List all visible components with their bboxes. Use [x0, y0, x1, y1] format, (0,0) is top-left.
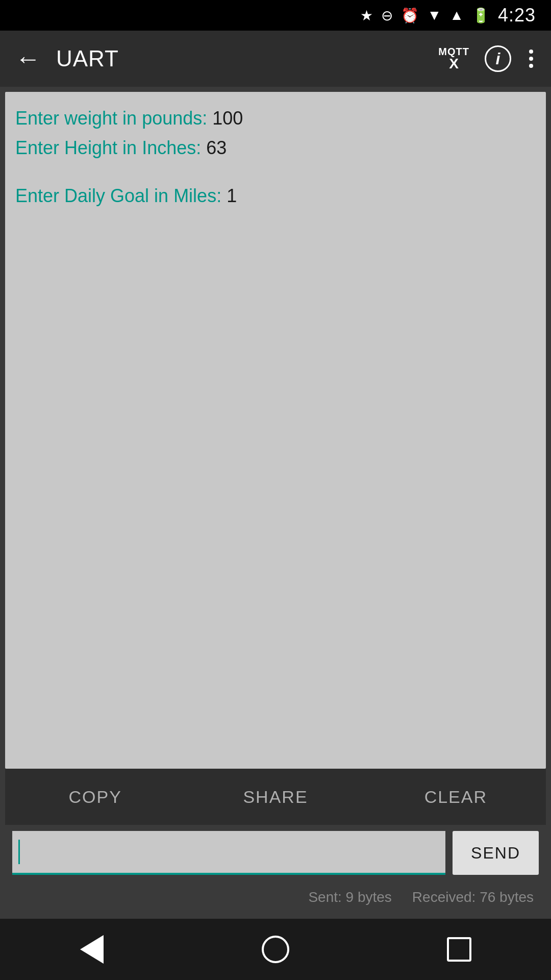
- nav-back-button[interactable]: [71, 929, 112, 970]
- more-dot-2: [529, 57, 533, 61]
- mqtt-label: MQTT: [438, 46, 469, 57]
- output-spacer: [15, 164, 536, 182]
- nav-bar: [0, 919, 551, 980]
- mqtt-x-label: X: [449, 57, 459, 71]
- mqtt-icon[interactable]: MQTT X: [438, 46, 469, 71]
- message-input[interactable]: [20, 843, 439, 862]
- share-button[interactable]: SHARE: [185, 769, 365, 825]
- nav-recents-button[interactable]: [439, 929, 480, 970]
- info-button[interactable]: i: [485, 45, 511, 72]
- send-button[interactable]: SEND: [453, 831, 539, 875]
- signal-icon: ▲: [449, 7, 464, 23]
- weight-value: 100: [212, 108, 243, 129]
- more-dot-1: [529, 50, 533, 54]
- sent-status: Sent: 9 bytes: [308, 889, 391, 905]
- status-time: 4:23: [498, 5, 536, 26]
- height-value: 63: [206, 137, 227, 158]
- received-status: Received: 76 bytes: [412, 889, 534, 905]
- nav-home-button[interactable]: [255, 929, 296, 970]
- back-button[interactable]: ←: [15, 46, 41, 71]
- nav-recents-icon: [447, 937, 471, 962]
- battery-icon: 🔋: [472, 7, 490, 24]
- dnd-icon: ⊖: [381, 7, 393, 24]
- status-bar: ★ ⊖ ⏰ ▼ ▲ 🔋 4:23: [0, 0, 551, 31]
- copy-button[interactable]: COPY: [5, 769, 185, 825]
- status-icons: ★ ⊖ ⏰ ▼ ▲ 🔋 4:23: [360, 5, 536, 26]
- output-area: Enter weight in pounds: 100 Enter Height…: [5, 92, 546, 769]
- clear-button[interactable]: CLEAR: [366, 769, 546, 825]
- alarm-icon: ⏰: [401, 7, 419, 24]
- output-line-2: Enter Height in Inches: 63: [15, 134, 536, 162]
- app-title: UART: [56, 46, 438, 71]
- nav-home-icon: [262, 936, 289, 963]
- weight-label: Enter weight in pounds:: [15, 108, 212, 129]
- input-row: SEND: [5, 825, 546, 881]
- goal-value: 1: [227, 185, 237, 206]
- more-dot-3: [529, 64, 533, 68]
- height-label: Enter Height in Inches:: [15, 137, 206, 158]
- output-line-3: Enter Daily Goal in Miles: 1: [15, 182, 536, 210]
- app-bar-actions: MQTT X i: [438, 45, 536, 72]
- output-line-1: Enter weight in pounds: 100: [15, 105, 536, 132]
- action-buttons: COPY SHARE CLEAR: [5, 769, 546, 825]
- bluetooth-icon: ★: [360, 7, 373, 24]
- wifi-icon: ▼: [427, 7, 441, 23]
- goal-label: Enter Daily Goal in Miles:: [15, 185, 227, 206]
- app-bar: ← UART MQTT X i: [0, 31, 551, 87]
- status-line: Sent: 9 bytes Received: 76 bytes: [5, 881, 546, 914]
- main-content: Enter weight in pounds: 100 Enter Height…: [0, 87, 551, 919]
- text-input-wrapper[interactable]: [12, 831, 445, 875]
- nav-back-icon: [80, 935, 104, 964]
- more-button[interactable]: [527, 47, 536, 70]
